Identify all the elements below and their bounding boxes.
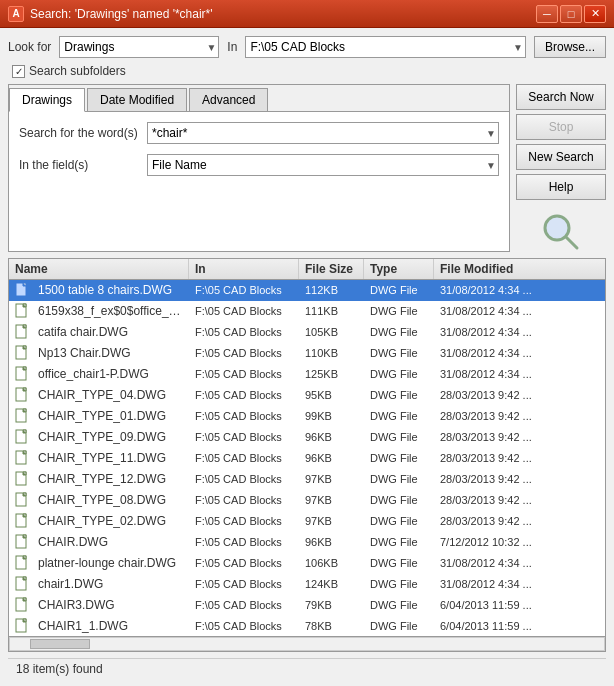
- file-modified: 28/03/2013 9:42 ...: [434, 387, 605, 403]
- look-for-combo[interactable]: Drawings Blocks Layers ▼: [59, 36, 219, 58]
- file-name: chair1.DWG: [38, 577, 103, 591]
- file-modified: 28/03/2013 9:42 ...: [434, 492, 605, 508]
- file-icon: [15, 408, 31, 424]
- file-size: 125KB: [299, 366, 364, 382]
- file-location: F:\05 CAD Blocks: [189, 534, 299, 550]
- file-size: 78KB: [299, 618, 364, 634]
- file-name: CHAIR_TYPE_09.DWG: [38, 430, 166, 444]
- right-buttons: Search Now Stop New Search Help: [516, 84, 606, 252]
- new-search-button[interactable]: New Search: [516, 144, 606, 170]
- table-row[interactable]: office_chair1-P.DWG F:\05 CAD Blocks 125…: [9, 364, 605, 385]
- file-location: F:\05 CAD Blocks: [189, 324, 299, 340]
- file-size: 97KB: [299, 513, 364, 529]
- table-row[interactable]: chair1.DWG F:\05 CAD Blocks 124KB DWG Fi…: [9, 574, 605, 595]
- file-type: DWG File: [364, 618, 434, 634]
- search-now-button[interactable]: Search Now: [516, 84, 606, 110]
- file-modified: 31/08/2012 4:34 ...: [434, 303, 605, 319]
- file-size: 97KB: [299, 492, 364, 508]
- file-modified: 28/03/2013 9:42 ...: [434, 450, 605, 466]
- in-select[interactable]: F:\05 CAD Blocks: [250, 40, 521, 54]
- file-size: 106KB: [299, 555, 364, 571]
- file-name: 6159x38_f_ex$0$office_chair2-P.D...: [38, 304, 183, 318]
- table-row[interactable]: Np13 Chair.DWG F:\05 CAD Blocks 110KB DW…: [9, 343, 605, 364]
- status-text: 18 item(s) found: [16, 662, 103, 676]
- table-row[interactable]: CHAIR_TYPE_11.DWG F:\05 CAD Blocks 96KB …: [9, 448, 605, 469]
- file-icon: [15, 597, 31, 613]
- table-row[interactable]: CHAIR_TYPE_12.DWG F:\05 CAD Blocks 97KB …: [9, 469, 605, 490]
- file-icon: [15, 450, 31, 466]
- file-location: F:\05 CAD Blocks: [189, 492, 299, 508]
- search-word-select[interactable]: *chair*: [148, 126, 498, 140]
- file-icon: [15, 429, 31, 445]
- file-name: CHAIR_TYPE_01.DWG: [38, 409, 166, 423]
- file-size: 111KB: [299, 303, 364, 319]
- file-type: DWG File: [364, 429, 434, 445]
- file-type: DWG File: [364, 513, 434, 529]
- table-row[interactable]: CHAIR.DWG F:\05 CAD Blocks 96KB DWG File…: [9, 532, 605, 553]
- file-location: F:\05 CAD Blocks: [189, 366, 299, 382]
- in-field-select[interactable]: File Name Title Subject Author: [148, 158, 498, 172]
- subfolder-row: Search subfolders: [8, 64, 606, 78]
- file-icon: [15, 534, 31, 550]
- file-icon: [15, 471, 31, 487]
- file-size: 97KB: [299, 471, 364, 487]
- file-name: CHAIR_TYPE_12.DWG: [38, 472, 166, 486]
- browse-button[interactable]: Browse...: [534, 36, 606, 58]
- file-modified: 28/03/2013 9:42 ...: [434, 408, 605, 424]
- look-for-select[interactable]: Drawings Blocks Layers: [64, 40, 214, 54]
- file-modified: 31/08/2012 4:34 ...: [434, 555, 605, 571]
- file-type: DWG File: [364, 324, 434, 340]
- tab-drawings[interactable]: Drawings: [9, 88, 85, 112]
- table-row[interactable]: catifa chair.DWG F:\05 CAD Blocks 105KB …: [9, 322, 605, 343]
- scrollbar-thumb[interactable]: [30, 639, 90, 649]
- search-word-combo[interactable]: *chair* ▼: [147, 122, 499, 144]
- col-header-name[interactable]: Name: [9, 259, 189, 279]
- file-location: F:\05 CAD Blocks: [189, 282, 299, 298]
- table-row[interactable]: CHAIR_TYPE_02.DWG F:\05 CAD Blocks 97KB …: [9, 511, 605, 532]
- col-header-in[interactable]: In: [189, 259, 299, 279]
- file-modified: 28/03/2013 9:42 ...: [434, 471, 605, 487]
- file-modified: 31/08/2012 4:34 ...: [434, 576, 605, 592]
- col-header-size[interactable]: File Size: [299, 259, 364, 279]
- file-type: DWG File: [364, 303, 434, 319]
- file-name: CHAIR1_1.DWG: [38, 619, 128, 633]
- horizontal-scrollbar[interactable]: [9, 637, 605, 651]
- search-subfolders-checkbox[interactable]: [12, 65, 25, 78]
- col-header-modified[interactable]: File Modified: [434, 259, 605, 279]
- table-row[interactable]: 6159x38_f_ex$0$office_chair2-P.D... F:\0…: [9, 301, 605, 322]
- file-icon: [15, 576, 31, 592]
- file-type: DWG File: [364, 471, 434, 487]
- help-button[interactable]: Help: [516, 174, 606, 200]
- file-size: 99KB: [299, 408, 364, 424]
- table-row[interactable]: CHAIR_TYPE_09.DWG F:\05 CAD Blocks 96KB …: [9, 427, 605, 448]
- file-type: DWG File: [364, 555, 434, 571]
- stop-button[interactable]: Stop: [516, 114, 606, 140]
- col-header-type[interactable]: Type: [364, 259, 434, 279]
- file-name: CHAIR_TYPE_08.DWG: [38, 493, 166, 507]
- table-row[interactable]: CHAIR3.DWG F:\05 CAD Blocks 79KB DWG Fil…: [9, 595, 605, 616]
- file-modified: 6/04/2013 11:59 ...: [434, 618, 605, 634]
- tab-advanced[interactable]: Advanced: [189, 88, 268, 111]
- table-row[interactable]: platner-lounge chair.DWG F:\05 CAD Block…: [9, 553, 605, 574]
- file-type: DWG File: [364, 450, 434, 466]
- table-row[interactable]: CHAIR_TYPE_01.DWG F:\05 CAD Blocks 99KB …: [9, 406, 605, 427]
- file-name: CHAIR_TYPE_11.DWG: [38, 451, 166, 465]
- table-row[interactable]: CHAIR_TYPE_04.DWG F:\05 CAD Blocks 95KB …: [9, 385, 605, 406]
- maximize-button[interactable]: □: [560, 5, 582, 23]
- results-body[interactable]: 1500 table 8 chairs.DWG F:\05 CAD Blocks…: [9, 280, 605, 636]
- table-row[interactable]: 1500 table 8 chairs.DWG F:\05 CAD Blocks…: [9, 280, 605, 301]
- file-icon: [15, 366, 31, 382]
- results-header: Name In File Size Type File Modified: [9, 259, 605, 280]
- in-field-row: In the field(s) File Name Title Subject …: [19, 154, 499, 176]
- in-field-combo[interactable]: File Name Title Subject Author ▼: [147, 154, 499, 176]
- tab-date-modified[interactable]: Date Modified: [87, 88, 187, 111]
- minimize-button[interactable]: ─: [536, 5, 558, 23]
- svg-line-1: [566, 237, 577, 248]
- close-button[interactable]: ✕: [584, 5, 606, 23]
- file-type: DWG File: [364, 345, 434, 361]
- file-size: 110KB: [299, 345, 364, 361]
- file-size: 96KB: [299, 429, 364, 445]
- table-row[interactable]: CHAIR_TYPE_08.DWG F:\05 CAD Blocks 97KB …: [9, 490, 605, 511]
- table-row[interactable]: CHAIR1_1.DWG F:\05 CAD Blocks 78KB DWG F…: [9, 616, 605, 636]
- in-combo[interactable]: F:\05 CAD Blocks ▼: [245, 36, 526, 58]
